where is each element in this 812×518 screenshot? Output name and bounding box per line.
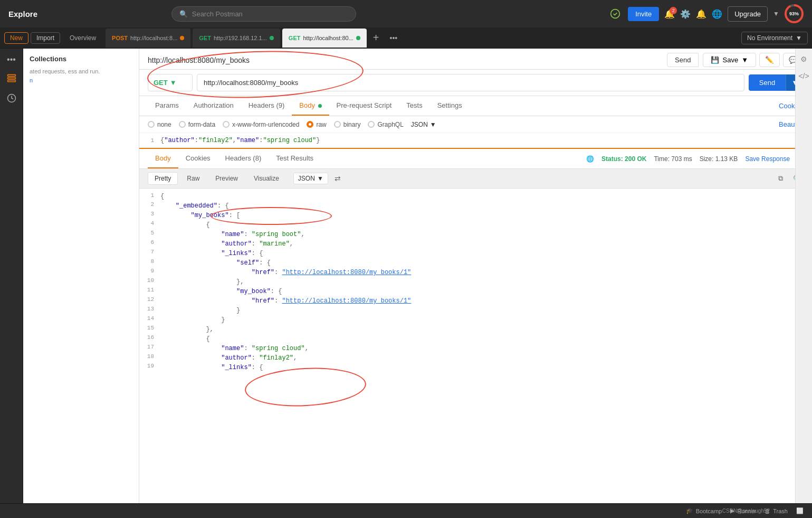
right-settings-icon[interactable]: ⚙ xyxy=(798,53,810,65)
tab-authorization[interactable]: Authorization xyxy=(186,96,241,116)
tab-body[interactable]: Body xyxy=(292,96,329,116)
radio-formdata[interactable]: form-data xyxy=(179,121,215,128)
post-dot xyxy=(180,36,184,40)
main-layout: ••• Collections ated requests, ess and r… xyxy=(0,49,812,503)
tab-overview[interactable]: Overview xyxy=(62,29,103,48)
search-bar[interactable]: 🔍 Search Postman xyxy=(171,6,356,22)
content-area: http://localhost:8080/my_books Send 💾 Sa… xyxy=(139,49,812,503)
right-sidebar: ⚙ </> xyxy=(795,49,812,503)
resp-tab-test-results[interactable]: Test Results xyxy=(269,149,321,168)
tab-get1[interactable]: GET http://192.168.12.1... xyxy=(193,29,280,48)
edit-icon-btn[interactable]: ✏️ xyxy=(759,53,780,67)
save-button[interactable]: Send xyxy=(667,53,699,67)
bell-icon[interactable]: 🔔 xyxy=(696,9,706,19)
post-method-label: POST xyxy=(112,35,128,41)
get1-url-label: http://192.168.12.1... xyxy=(214,35,267,41)
format-select[interactable]: JSON ▼ xyxy=(411,121,436,128)
resp-visualize-tab[interactable]: Visualize xyxy=(247,172,286,185)
response-body-tabs: Pretty Raw Preview Visualize JSON ▼ ⇄ ⧉ … xyxy=(139,169,812,189)
resp-raw-tab[interactable]: Raw xyxy=(180,172,206,185)
right-code-icon[interactable]: </> xyxy=(798,70,810,82)
save-response-button[interactable]: Save Response xyxy=(745,155,790,163)
settings-icon[interactable]: ⚙️ xyxy=(680,9,691,19)
request-body-editor: 1 {"author":"finlay2","name":"spring clo… xyxy=(139,133,812,149)
time-text: Time: 703 ms xyxy=(654,155,692,163)
url-title: http://localhost:8080/my_books xyxy=(148,56,250,64)
resize-handle[interactable]: ⬜ xyxy=(796,507,804,514)
upgrade-button[interactable]: Upgrade xyxy=(728,6,768,22)
tab-get2-active[interactable]: GET http://localhost:80... xyxy=(282,29,367,48)
radio-raw[interactable]: raw xyxy=(307,121,326,128)
svg-point-0 xyxy=(611,10,620,18)
save-options-buttons: 💾 Save ▼ ✏️ 💬 xyxy=(703,53,804,67)
response-status-area: 🌐 Status: 200 OK Time: 703 ms Size: 1.13… xyxy=(586,150,804,168)
response-area: Body Cookies Headers (8) Test Results 🌐 … xyxy=(139,149,812,503)
resp-tab-cookies[interactable]: Cookies xyxy=(178,149,218,168)
url-input[interactable] xyxy=(197,74,744,91)
env-selector[interactable]: No Environment ▼ xyxy=(741,32,808,44)
json-line-16: 16 { xyxy=(139,334,812,344)
json-line-5: 5 "name": "spring boot", xyxy=(139,230,812,239)
json-line-15: 15 }, xyxy=(139,325,812,334)
get1-method-label: GET xyxy=(199,35,211,41)
code-content-1[interactable]: {"author":"finlay2","name":"spring cloud… xyxy=(160,137,801,144)
resp-pretty-tab[interactable]: Pretty xyxy=(148,172,178,185)
add-tab-button[interactable]: + xyxy=(369,32,384,44)
invite-button[interactable]: Invite xyxy=(628,7,659,21)
request-line: GET ▼ Send ▼ xyxy=(139,70,812,96)
wrap-icon[interactable]: ⇄ xyxy=(335,174,341,183)
more-tabs-button[interactable]: ••• xyxy=(386,34,402,42)
collections-subtext: ated requests, ess and run. n xyxy=(30,67,132,84)
svg-rect-2 xyxy=(7,78,15,79)
json-line-13: 13 } xyxy=(139,306,812,315)
radio-binary[interactable]: binary xyxy=(334,121,361,128)
json-line-8: 8 "self": { xyxy=(139,258,812,268)
url-title-bar: http://localhost:8080/my_books Send 💾 Sa… xyxy=(139,49,812,70)
sidebar-history-icon[interactable] xyxy=(3,90,20,107)
json-line-6: 6 "author": "marine", xyxy=(139,239,812,249)
json-response: 1 { 2 "_embedded": { 3 "my_books": [ 4 xyxy=(139,189,812,503)
tab-prerequest[interactable]: Pre-request Script xyxy=(329,96,399,116)
tab-headers[interactable]: Headers (9) xyxy=(241,96,292,116)
radio-urlencoded[interactable]: x-www-form-urlencoded xyxy=(223,121,299,128)
avatar: 93% xyxy=(785,4,804,23)
resp-tab-body[interactable]: Body xyxy=(148,149,178,168)
get2-url-label: http://localhost:80... xyxy=(303,35,353,41)
resp-preview-tab[interactable]: Preview xyxy=(208,172,245,185)
tab-post1[interactable]: POST http://localhost:8... xyxy=(106,29,190,48)
user-status: CSDN@sealaugh52 xyxy=(722,503,770,518)
collections-header: Collections xyxy=(30,55,132,63)
response-tabs: Body Cookies Headers (8) Test Results 🌐 … xyxy=(139,149,812,169)
sidebar-collections-icon[interactable] xyxy=(3,70,20,87)
line-number-1: 1 xyxy=(139,137,160,144)
save-btn-actual[interactable]: 💾 Save ▼ xyxy=(703,53,756,67)
send-button[interactable]: Send xyxy=(749,74,786,91)
tabbar: New Import Overview POST http://localhos… xyxy=(0,27,812,49)
tab-params[interactable]: Params xyxy=(148,96,186,116)
sync-icon[interactable] xyxy=(608,6,623,21)
status-icon[interactable]: 🌐 xyxy=(712,9,722,19)
resp-tab-headers[interactable]: Headers (8) xyxy=(218,149,269,168)
sidebar-dots-menu[interactable]: ••• xyxy=(5,53,18,67)
json-line-17: 17 "name": "spring cloud", xyxy=(139,344,812,353)
code-line-1: 1 {"author":"finlay2","name":"spring clo… xyxy=(139,136,812,145)
copy-icon[interactable]: ⧉ xyxy=(774,172,787,185)
post-url-label: http://localhost:8... xyxy=(130,35,177,41)
status-text: Status: 200 OK xyxy=(601,155,646,163)
json-line-1: 1 { xyxy=(139,192,812,201)
json-line-10: 10 }, xyxy=(139,277,812,287)
method-select[interactable]: GET ▼ xyxy=(148,74,193,91)
new-button[interactable]: New xyxy=(4,32,28,44)
json-line-7: 7 "_links": { xyxy=(139,249,812,258)
bootcamp-button[interactable]: 🎓 Bootcamp xyxy=(686,507,722,514)
tab-tests[interactable]: Tests xyxy=(399,96,429,116)
resp-format-select[interactable]: JSON ▼ xyxy=(293,173,328,184)
collections-panel: Collections ated requests, ess and run. … xyxy=(23,49,139,503)
collections-link[interactable]: n xyxy=(30,77,33,83)
radio-none[interactable]: none xyxy=(148,121,171,128)
import-button[interactable]: Import xyxy=(31,32,60,44)
tab-settings[interactable]: Settings xyxy=(430,96,470,116)
notifications-icon[interactable]: 🔔 2 xyxy=(664,9,675,19)
json-line-12: 12 "href": "http://localhost:8080/my_boo… xyxy=(139,296,812,306)
radio-graphql[interactable]: GraphQL xyxy=(368,121,403,128)
